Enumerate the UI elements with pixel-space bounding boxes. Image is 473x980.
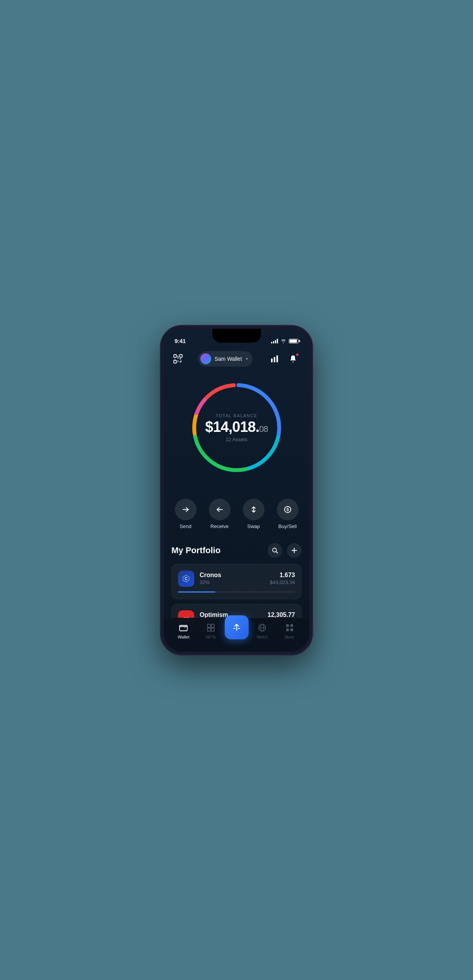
svg-rect-42 (290, 628, 293, 631)
svg-rect-1 (180, 355, 182, 357)
wallet-selector[interactable]: Sam Wallet ▾ (198, 351, 252, 367)
svg-rect-11 (276, 355, 278, 362)
send-label: Send (180, 523, 191, 529)
header-actions (268, 352, 300, 366)
nav-wallet-label: Wallet (178, 635, 189, 639)
svg-rect-0 (174, 355, 176, 357)
balance-label: TOTAL BALANCE (205, 413, 268, 418)
cronos-usd: $43,023.34 (270, 579, 295, 585)
cronos-name: Cronos (200, 572, 264, 579)
nav-center-action[interactable] (225, 615, 249, 646)
svg-text:C: C (185, 577, 187, 581)
buysell-button[interactable]: $ Buy/Sell (277, 499, 298, 529)
nav-web3-label: Web3 (257, 635, 268, 639)
buysell-label: Buy/Sell (278, 523, 297, 529)
notification-badge (296, 353, 299, 356)
signal-bars-icon (271, 339, 278, 343)
svg-rect-39 (286, 624, 289, 627)
cronos-amount: 1.673 (270, 572, 295, 579)
nav-more-label: More (285, 635, 294, 639)
svg-rect-33 (211, 624, 214, 627)
nav-wallet[interactable]: Wallet (170, 622, 197, 639)
svg-line-24 (276, 552, 278, 553)
receive-label: Receive (210, 523, 229, 529)
portfolio-title: My Portfolio (171, 545, 220, 555)
svg-text:$: $ (286, 507, 288, 512)
svg-rect-35 (211, 628, 214, 631)
status-icons (271, 339, 298, 343)
svg-rect-31 (180, 625, 187, 631)
cronos-icon: C (178, 571, 194, 587)
battery-icon (289, 339, 298, 343)
app-header: Sam Wallet ▾ (164, 348, 309, 370)
chart-button[interactable] (268, 352, 281, 366)
svg-rect-34 (207, 628, 210, 631)
send-button[interactable]: Send (175, 499, 197, 529)
avatar (200, 353, 211, 364)
svg-rect-40 (290, 624, 293, 627)
svg-rect-10 (274, 357, 275, 362)
nav-more[interactable]: More (276, 622, 303, 639)
nav-nfts-label: NFTs (206, 635, 216, 639)
status-time: 9:41 (175, 338, 186, 344)
svg-rect-9 (271, 358, 273, 362)
donut-chart: TOTAL BALANCE $14,018.08 12 Assets (186, 377, 287, 478)
nav-web3[interactable]: Web3 (249, 622, 276, 639)
assets-count: 12 Assets (205, 436, 268, 442)
wifi-icon (280, 339, 287, 343)
bottom-nav: Wallet NFTs (164, 618, 309, 652)
svg-rect-2 (174, 360, 176, 363)
balance-amount: $14,018.08 (205, 419, 268, 434)
cronos-bar (178, 591, 295, 593)
asset-card-cronos[interactable]: C Cronos 32% 1.673 $43,023.34 (171, 564, 302, 599)
swap-button[interactable]: Swap (243, 499, 264, 529)
balance-display: TOTAL BALANCE $14,018.08 12 Assets (205, 413, 268, 442)
cronos-pct: 32% (200, 579, 264, 585)
chevron-down-icon: ▾ (246, 357, 248, 361)
scan-button[interactable] (173, 354, 183, 364)
bell-button[interactable] (286, 352, 300, 366)
portfolio-actions (268, 543, 302, 558)
portfolio-add-button[interactable] (287, 543, 302, 558)
receive-button[interactable]: Receive (209, 499, 231, 529)
swap-label: Swap (247, 523, 260, 529)
svg-rect-32 (207, 624, 210, 627)
svg-rect-41 (286, 628, 289, 631)
action-buttons: Send Receive Swap (164, 489, 309, 543)
nav-nfts[interactable]: NFTs (197, 622, 225, 639)
balance-cents: 08 (259, 424, 268, 433)
balance-section: TOTAL BALANCE $14,018.08 12 Assets (164, 370, 309, 489)
wallet-name: Sam Wallet (214, 356, 242, 362)
portfolio-header: My Portfolio (171, 543, 302, 558)
portfolio-search-button[interactable] (268, 543, 282, 558)
